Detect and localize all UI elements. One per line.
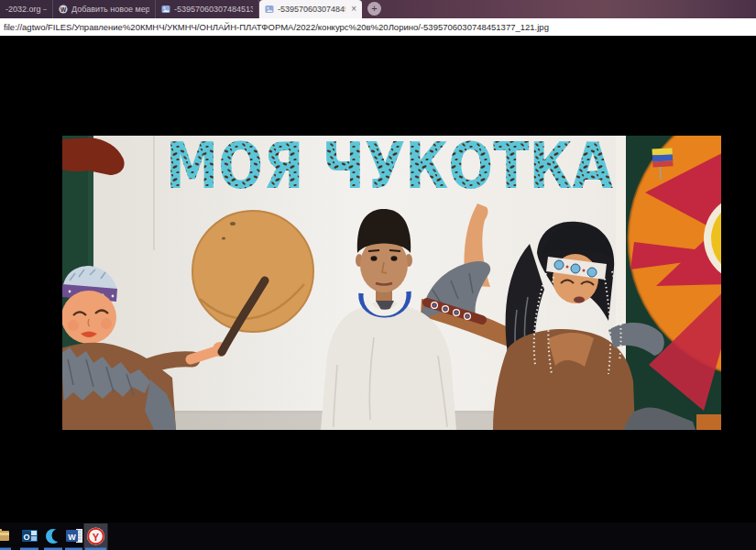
tab-label: Добавить новое меропри bbox=[71, 5, 149, 14]
wordpress-icon: W bbox=[59, 5, 68, 14]
tab-label: -5395706030748451377 bbox=[278, 5, 345, 14]
address-bar-url: file://agtwo/FILES/Управление%20КМНЧ/УКМ… bbox=[4, 22, 549, 32]
address-bar[interactable]: file://agtwo/FILES/Управление%20КМНЧ/УКМ… bbox=[0, 18, 756, 38]
browser-viewport: МОЯ ЧУКОТКА bbox=[0, 38, 756, 522]
svg-text:W: W bbox=[60, 6, 67, 13]
taskbar-word-icon[interactable]: W bbox=[66, 529, 82, 543]
tab-image-file-1[interactable]: -5395706030748451377_1 bbox=[156, 0, 259, 18]
tab-yandex-page[interactable]: -2032.org — Янде bbox=[0, 0, 53, 18]
new-tab-button[interactable]: + bbox=[367, 2, 381, 16]
tab-image-file-active[interactable]: -5395706030748451377 × bbox=[259, 0, 362, 18]
desktop: -2032.org — Янде W Добавить новое меропр… bbox=[0, 0, 756, 550]
image-file-icon bbox=[161, 5, 170, 14]
board-seam bbox=[153, 136, 155, 250]
drum bbox=[192, 211, 313, 332]
taskbar-outlook-icon[interactable]: O bbox=[22, 530, 38, 542]
image-file-icon bbox=[265, 5, 274, 14]
taskbar: O W Y bbox=[0, 522, 756, 550]
banner-text: МОЯ ЧУКОТКА bbox=[166, 136, 613, 204]
svg-text:O: O bbox=[23, 533, 29, 542]
photo-viewer-image: МОЯ ЧУКОТКА bbox=[62, 136, 721, 430]
svg-text:Y: Y bbox=[93, 532, 100, 543]
tab-wordpress-new-event[interactable]: W Добавить новое меропри bbox=[53, 0, 156, 18]
browser-tab-bar: -2032.org — Янде W Добавить новое меропр… bbox=[0, 0, 756, 18]
svg-text:W: W bbox=[68, 533, 76, 542]
taskbar-yandex-browser-icon[interactable]: Y bbox=[87, 528, 104, 545]
tab-label: -5395706030748451377_1 bbox=[174, 5, 253, 14]
tab-label: -2032.org — Янде bbox=[5, 5, 47, 14]
tab-close-icon[interactable]: × bbox=[349, 5, 356, 14]
